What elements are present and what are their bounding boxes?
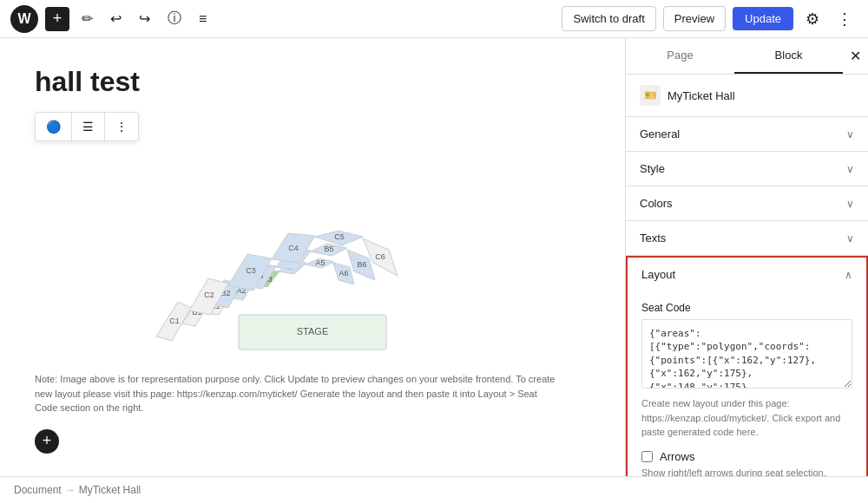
accordion-colors-header[interactable]: Colors ∨ (626, 186, 868, 220)
note-text: Note: Image above is for representation … (35, 372, 556, 415)
svg-text:C4: C4 (288, 244, 299, 252)
svg-text:C2: C2 (204, 291, 214, 299)
texts-title: Texts (640, 232, 666, 245)
editor-area: hall test 🔵 ☰ ⋮ STAGE A1 A2 A3 (0, 38, 625, 476)
svg-text:C6: C6 (375, 252, 385, 261)
chevron-down-icon-colors: ∨ (846, 198, 854, 210)
accordion-style: Style ∨ (626, 152, 868, 186)
svg-text:C3: C3 (246, 266, 256, 275)
block-name-label: MyTicket Hall (667, 89, 735, 102)
toolbar-right: Switch to draft Preview Update ⚙ ⋮ (562, 4, 858, 34)
style-title: Style (640, 162, 665, 175)
svg-text:A5: A5 (315, 258, 325, 267)
tab-page[interactable]: Page (626, 38, 734, 74)
svg-text:STAGE: STAGE (297, 326, 328, 336)
preview-button[interactable]: Preview (663, 6, 726, 31)
block-transform-icon[interactable]: 🔵 (36, 113, 72, 140)
chevron-down-icon-texts: ∨ (846, 232, 854, 245)
layout-content: Seat Code {"areas":[{"type":"polygon","c… (628, 291, 866, 476)
arrows-label: Arrows (660, 450, 694, 463)
svg-text:B5: B5 (324, 245, 333, 253)
chevron-up-icon: ∧ (845, 269, 852, 281)
accordion-colors: Colors ∨ (626, 186, 868, 221)
block-icon: 🎫 (640, 85, 661, 106)
settings-icon[interactable]: ⚙ (800, 4, 825, 34)
svg-text:C1: C1 (169, 317, 180, 325)
accordion-layout-header[interactable]: Layout ∧ (628, 258, 866, 291)
info-icon[interactable]: ⓘ (162, 4, 187, 33)
hall-svg: STAGE A1 A2 A3 A4 A5 A6 (69, 167, 556, 358)
accordion-texts: Texts ∨ (626, 221, 868, 256)
block-toolbar: 🔵 ☰ ⋮ (35, 112, 139, 141)
svg-text:B6: B6 (357, 260, 366, 269)
hall-visualization: STAGE A1 A2 A3 A4 A5 A6 (35, 167, 590, 358)
svg-text:C5: C5 (334, 232, 345, 241)
arrows-hint: Show right/left arrows during seat selec… (641, 467, 852, 477)
general-title: General (640, 127, 680, 140)
add-content-button[interactable]: + (35, 429, 59, 454)
redo-icon[interactable]: ↪ (134, 5, 155, 32)
seat-code-textarea[interactable]: {"areas":[{"type":"polygon","coords":{"p… (641, 319, 852, 389)
block-align-icon[interactable]: ☰ (72, 113, 105, 140)
breadcrumb: Document → MyTicket Hall (0, 476, 868, 503)
accordion-style-header[interactable]: Style ∨ (626, 152, 868, 186)
accordion-texts-header[interactable]: Texts ∨ (626, 221, 868, 255)
more-options-icon[interactable]: ⋮ (832, 4, 858, 34)
update-button[interactable]: Update (733, 7, 793, 30)
chevron-down-icon: ∨ (846, 128, 854, 140)
chevron-down-icon-style: ∨ (846, 163, 854, 175)
page-title: hall test (35, 66, 590, 98)
breadcrumb-myticket-hall[interactable]: MyTicket Hall (79, 484, 141, 496)
seat-code-label: Seat Code (641, 302, 852, 314)
switch-draft-button[interactable]: Switch to draft (562, 6, 655, 31)
wp-logo: W (10, 5, 38, 33)
svg-text:A6: A6 (339, 269, 348, 278)
accordion-layout: Layout ∧ Seat Code {"areas":[{"type":"po… (626, 256, 868, 476)
block-more-icon[interactable]: ⋮ (105, 113, 138, 140)
add-block-toolbar-button[interactable]: + (45, 7, 69, 31)
accordion-general-header[interactable]: General ∨ (626, 117, 868, 151)
sidebar: Page Block ✕ 🎫 MyTicket Hall General ∨ S… (625, 38, 868, 476)
block-info: 🎫 MyTicket Hall (626, 75, 868, 117)
sidebar-tab-bar: Page Block ✕ (626, 38, 868, 75)
colors-title: Colors (640, 197, 673, 210)
tab-block[interactable]: Block (734, 38, 843, 74)
main-layout: hall test 🔵 ☰ ⋮ STAGE A1 A2 A3 (0, 38, 868, 476)
layout-title: Layout (641, 268, 675, 281)
accordion-general: General ∨ (626, 117, 868, 152)
toolbar: W + ✏ ↩ ↪ ⓘ ≡ Switch to draft Preview Up… (0, 0, 868, 38)
edit-icon[interactable]: ✏ (76, 5, 98, 32)
arrows-row: Arrows (641, 450, 852, 463)
list-view-icon[interactable]: ≡ (194, 6, 212, 32)
breadcrumb-separator: → (65, 484, 76, 496)
undo-icon[interactable]: ↩ (105, 5, 127, 32)
sidebar-close-button[interactable]: ✕ (843, 41, 868, 71)
seat-code-hint: Create new layout under this page: https… (641, 396, 852, 440)
arrows-checkbox[interactable] (641, 451, 653, 462)
breadcrumb-document[interactable]: Document (14, 484, 62, 496)
